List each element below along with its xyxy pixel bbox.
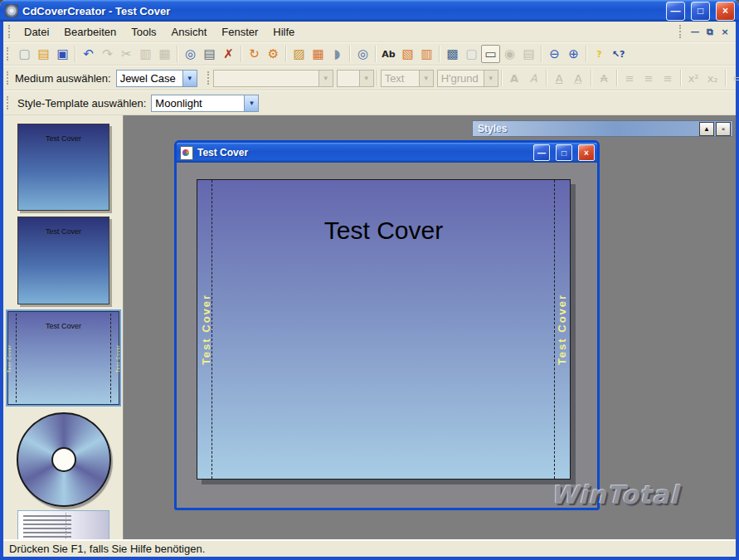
maximize-icon: □ bbox=[562, 149, 566, 158]
medium-toolbar-gripper[interactable] bbox=[7, 71, 8, 85]
insert-image-icon[interactable]: ▧ bbox=[398, 45, 417, 63]
print-cancel-icon[interactable]: ✗ bbox=[219, 45, 238, 63]
font-combo: ▼ bbox=[213, 70, 333, 87]
toolbar-separator bbox=[616, 70, 618, 86]
subscript-icon: x₂ bbox=[703, 69, 722, 87]
toolbar-separator bbox=[591, 70, 592, 86]
front-view-icon[interactable]: ▢ bbox=[462, 45, 481, 63]
text-tool-icon[interactable]: Ab bbox=[379, 45, 398, 63]
styles-close-button[interactable]: × bbox=[716, 122, 731, 136]
settings-icon[interactable]: ⚙ bbox=[264, 45, 283, 63]
styles-collapse-button[interactable]: ▲ bbox=[699, 122, 714, 136]
document-window[interactable]: Test Cover — □ × Test Cover Test Cover T… bbox=[174, 140, 600, 510]
page-zoom-icon[interactable]: ◎ bbox=[353, 45, 372, 63]
toolbar-separator bbox=[241, 46, 242, 62]
close-button[interactable]: × bbox=[716, 2, 735, 21]
mdi-restore-button[interactable]: ⧉ bbox=[703, 25, 717, 38]
style-template-label: Style-Template auswählen: bbox=[17, 97, 146, 110]
strikethrough-icon: A bbox=[595, 69, 614, 87]
document-minimize-button[interactable]: — bbox=[533, 144, 550, 161]
style-toolbar-gripper[interactable] bbox=[7, 96, 11, 110]
document-client-area: Test Cover Test Cover Test Cover bbox=[177, 163, 597, 508]
style-template-combo-arrow-icon[interactable]: ▼ bbox=[244, 95, 258, 111]
toolbar-separator bbox=[541, 46, 542, 62]
menu-datei[interactable]: Datei bbox=[17, 22, 56, 41]
title-bar[interactable]: CdCoverCreator - Test Cover — □ × bbox=[0, 0, 739, 22]
mdi-minimize-icon: — bbox=[691, 27, 700, 37]
style-template-combo-value: Moonlight bbox=[152, 97, 244, 110]
photo-view-icon[interactable]: ▩ bbox=[443, 45, 462, 63]
toolbar-separator bbox=[285, 46, 287, 62]
thumbnail-label: Test Cover bbox=[8, 312, 119, 330]
superscript-icon: x² bbox=[684, 69, 703, 87]
main-toolbar-buttons: ▢▤▣↶↷✂▥▦◎▤✗↻⚙▨▦◗◎Ab▧▥▩▢▭◉▤⊖⊕?↖? bbox=[15, 45, 628, 63]
minimize-button[interactable]: — bbox=[666, 2, 685, 21]
cover-canvas[interactable]: Test Cover Test Cover Test Cover bbox=[197, 179, 571, 480]
close-icon: × bbox=[584, 149, 589, 158]
toolbar-separator bbox=[375, 46, 377, 62]
print-preview-icon[interactable]: ◎ bbox=[181, 45, 200, 63]
italic-icon: A bbox=[524, 69, 543, 87]
save-icon[interactable]: ▣ bbox=[53, 45, 72, 63]
thumbnail-front-cover[interactable]: Test Cover bbox=[17, 124, 109, 211]
render-disc-icon[interactable]: ◗ bbox=[328, 45, 347, 63]
medium-combo[interactable]: Jewel Case ▼ bbox=[116, 70, 197, 87]
menu-fenster[interactable]: Fenster bbox=[214, 22, 265, 41]
content-area: Test Cover Test Cover Test Cover Test Co… bbox=[3, 115, 736, 539]
booklet-text-lines bbox=[23, 515, 71, 539]
menu-hilfe[interactable]: Hilfe bbox=[265, 22, 302, 41]
document-maximize-button[interactable]: □ bbox=[556, 144, 572, 161]
toolbar-separator bbox=[546, 70, 547, 86]
menu-tools[interactable]: Tools bbox=[124, 22, 163, 41]
zoom-out-icon[interactable]: ⊖ bbox=[545, 45, 564, 63]
thumbnail-cd-label[interactable] bbox=[17, 412, 111, 507]
thumbnail-booklet[interactable] bbox=[17, 510, 109, 539]
document-title-bar[interactable]: Test Cover — □ × bbox=[177, 143, 597, 163]
collapse-icon: ▲ bbox=[703, 125, 710, 133]
new-icon[interactable]: ▢ bbox=[15, 45, 34, 63]
toolbar-separator bbox=[349, 46, 351, 62]
fold-line bbox=[16, 314, 17, 402]
main-toolbar-gripper[interactable] bbox=[7, 47, 11, 61]
menu-bearbeiten[interactable]: Bearbeiten bbox=[56, 22, 124, 41]
thumbnail-back-cover[interactable]: Test Cover bbox=[17, 217, 109, 304]
context-help-icon[interactable]: ↖? bbox=[609, 45, 628, 63]
status-text: Drücken Sie F1, falls Sie Hilfe benötige… bbox=[9, 543, 205, 555]
print-icon[interactable]: ▤ bbox=[200, 45, 219, 63]
menubar-gripper[interactable] bbox=[8, 25, 12, 38]
cd-hole bbox=[51, 447, 76, 472]
spine-text-left[interactable]: Test Cover bbox=[200, 294, 212, 365]
style-template-combo[interactable]: Moonlight ▼ bbox=[151, 95, 259, 112]
booklet-view-icon: ▤ bbox=[519, 45, 538, 63]
background-color-combo: H'grund ▼ bbox=[437, 70, 498, 87]
open-icon[interactable]: ▤ bbox=[34, 45, 53, 63]
medium-combo-arrow-icon[interactable]: ▼ bbox=[182, 71, 197, 86]
thumbnail-front-cover-selected[interactable]: Test Cover Test Cover Test Cover bbox=[7, 311, 119, 405]
bullet-list-icon: ≔ bbox=[729, 69, 739, 87]
menubar-right-gripper[interactable] bbox=[679, 25, 683, 38]
cover-title-text[interactable]: Test Cover bbox=[197, 217, 570, 245]
maximize-button[interactable]: □ bbox=[691, 2, 710, 21]
insert-tracklist-icon[interactable]: ▥ bbox=[417, 45, 436, 63]
styles-panel[interactable]: Styles ▲ × bbox=[472, 120, 733, 137]
mdi-close-button[interactable]: × bbox=[717, 25, 732, 38]
document-close-button[interactable]: × bbox=[578, 144, 595, 161]
undo-icon[interactable]: ↶ bbox=[79, 45, 98, 63]
main-toolbar: ▢▤▣↶↷✂▥▦◎▤✗↻⚙▨▦◗◎Ab▧▥▩▢▭◉▤⊖⊕?↖? bbox=[3, 42, 736, 66]
format-toolbar-gripper[interactable] bbox=[207, 71, 209, 85]
thumbnail-label: Test Cover bbox=[18, 124, 109, 143]
window-title: CdCoverCreator - Test Cover bbox=[22, 5, 660, 17]
frame-view-icon[interactable]: ▭ bbox=[481, 45, 500, 63]
cut-icon: ✂ bbox=[117, 45, 136, 63]
mdi-minimize-button[interactable]: — bbox=[688, 25, 703, 38]
menu-ansicht[interactable]: Ansicht bbox=[164, 22, 215, 41]
medium-toolbar: Medium auswählen: Jewel Case ▼ ▼ ▼ Text … bbox=[3, 66, 736, 90]
export-icon[interactable]: ↻ bbox=[245, 45, 264, 63]
spine-text-right[interactable]: Test Cover bbox=[556, 294, 568, 365]
toolbar-separator bbox=[680, 70, 682, 86]
help-icon[interactable]: ? bbox=[590, 45, 609, 63]
folder-search-icon[interactable]: ▨ bbox=[289, 45, 309, 63]
image-editor-icon[interactable]: ▦ bbox=[309, 45, 328, 63]
zoom-in-icon[interactable]: ⊕ bbox=[564, 45, 583, 63]
maximize-icon: □ bbox=[698, 5, 703, 17]
